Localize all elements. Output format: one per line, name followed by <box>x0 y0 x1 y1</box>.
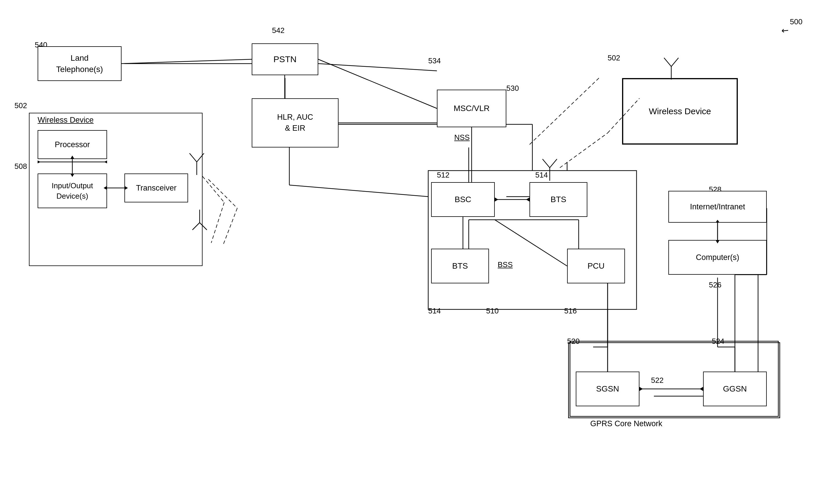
ref-520: 520 <box>567 337 579 346</box>
arrow-500: ↗ <box>779 25 791 37</box>
bts-top-label: BTS <box>550 195 566 204</box>
transceiver-box: Transceiver <box>124 173 188 202</box>
processor-label: Processor <box>55 140 90 149</box>
ref-526: 526 <box>709 280 721 289</box>
diagram-container: 500 ↗ 542 540 530 534 532 502 502 508 50… <box>0 0 822 504</box>
processor-box: Processor <box>38 130 107 159</box>
computers-label: Computer(s) <box>696 253 739 262</box>
svg-marker-44 <box>38 160 40 163</box>
ref-530: 530 <box>506 84 519 93</box>
msc-vlr-box: MSC/VLR <box>437 90 506 127</box>
antenna-top-wireless <box>663 55 680 81</box>
internet-intranet-label: Internet/Intranet <box>690 202 745 211</box>
land-telephone-box: Land Telephone(s) <box>38 46 121 81</box>
sgsn-label: SGSN <box>596 384 619 394</box>
svg-marker-66 <box>700 387 703 391</box>
wireless-device-top-label: Wireless Device <box>649 106 711 116</box>
ref-502-top: 502 <box>607 53 620 62</box>
ggsn-label: GGSN <box>723 384 747 394</box>
svg-line-35 <box>664 58 671 67</box>
bsc-label: BSC <box>455 195 471 204</box>
svg-line-39 <box>197 153 204 162</box>
pcu-box: PCU <box>567 249 625 283</box>
svg-line-26 <box>289 185 428 197</box>
svg-line-61 <box>208 179 237 208</box>
bss-label: BSS <box>498 260 513 269</box>
antenna-bts-top <box>541 156 558 182</box>
svg-line-36 <box>671 58 679 67</box>
ref-534: 534 <box>428 56 441 65</box>
msc-vlr-label: MSC/VLR <box>454 104 489 113</box>
svg-line-59 <box>560 133 607 168</box>
svg-marker-55 <box>495 197 498 202</box>
ref-516: 516 <box>564 307 577 315</box>
land-telephone-label: Land Telephone(s) <box>56 52 103 75</box>
ref-514-bot: 514 <box>428 307 441 315</box>
antenna-left-wireless <box>188 150 206 176</box>
svg-line-47 <box>542 159 550 168</box>
svg-line-38 <box>189 153 197 162</box>
internet-intranet-box: Internet/Intranet <box>668 191 767 223</box>
ref-500: 500 <box>790 17 802 26</box>
svg-marker-56 <box>526 197 529 202</box>
pstn-box: PSTN <box>252 43 318 75</box>
svg-line-48 <box>550 159 557 168</box>
input-output-label: Input/Output Device(s) <box>51 180 93 202</box>
ref-502-left: 502 <box>14 101 27 110</box>
pcu-label: PCU <box>587 261 604 271</box>
wireless-device-top-box: Wireless Device <box>622 78 738 145</box>
nss-label: NSS <box>454 133 470 142</box>
antenna-left-wireless-2 <box>191 208 208 231</box>
svg-marker-45 <box>104 160 107 163</box>
hlr-box: HLR, AUC & EIR <box>252 98 339 147</box>
bts-top-box: BTS <box>529 182 587 217</box>
bts-bot-box: BTS <box>431 249 489 283</box>
ref-512: 512 <box>437 171 449 180</box>
pstn-label: PSTN <box>274 54 297 64</box>
computers-box: Computer(s) <box>668 240 767 275</box>
hlr-label: HLR, AUC & EIR <box>277 112 313 134</box>
bsc-box: BSC <box>431 182 495 217</box>
ggsn-box: GGSN <box>703 372 767 406</box>
svg-line-49 <box>121 59 252 64</box>
svg-line-18 <box>211 202 224 243</box>
wireless-device-left-label: Wireless Device <box>38 116 94 125</box>
bts-bot-label: BTS <box>452 261 468 271</box>
svg-line-41 <box>199 223 207 230</box>
input-output-box: Input/Output Device(s) <box>38 173 107 208</box>
ref-508: 508 <box>14 162 27 171</box>
svg-line-62 <box>223 208 237 246</box>
sgsn-box: SGSN <box>576 372 640 406</box>
svg-line-42 <box>192 223 199 230</box>
ref-542: 542 <box>272 26 285 35</box>
proc-io-line <box>38 159 107 176</box>
transceiver-label: Transceiver <box>136 184 176 193</box>
svg-line-16 <box>529 78 599 145</box>
svg-line-17 <box>202 176 224 202</box>
ref-510: 510 <box>486 307 498 315</box>
svg-line-3 <box>318 64 437 71</box>
ref-524: 524 <box>712 337 724 346</box>
svg-marker-65 <box>640 387 643 391</box>
gprs-core-label: GPRS Core Network <box>590 419 662 428</box>
ref-522: 522 <box>651 376 664 385</box>
svg-line-58 <box>495 220 567 266</box>
